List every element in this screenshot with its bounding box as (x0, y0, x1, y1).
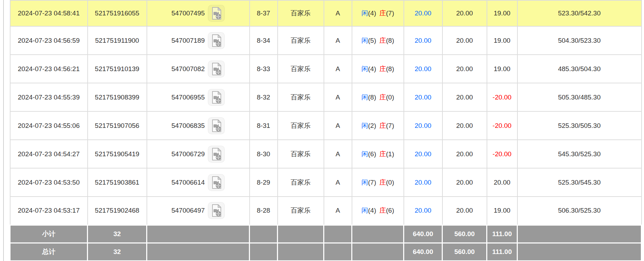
table-row[interactable]: 2024-07-23 04:54:27 521751905419 5470067… (10, 140, 642, 168)
result-cell: 闲(6)庄(1) (352, 140, 404, 168)
bet-amount-link[interactable]: 20.00 (415, 207, 432, 214)
round-cell: 8-28 (250, 197, 278, 225)
bet-amount-link[interactable]: 20.00 (415, 150, 432, 158)
player-count: (2) (368, 122, 376, 129)
result-cell: 闲(8)庄(0) (352, 83, 404, 111)
bet-time-cell: 2024-07-23 04:58:41 (10, 0, 88, 26)
total-label: 总计 (10, 243, 88, 261)
bet-amount-cell: 20.00 (404, 197, 442, 225)
bet-amount-link[interactable]: 20.00 (415, 37, 432, 44)
balance-cell: 545.30/525.30 (517, 140, 642, 168)
table-row[interactable]: 2024-07-23 04:56:21 521751910139 5470070… (10, 55, 642, 83)
table-name-cell: A (324, 83, 352, 111)
video-replay-button[interactable] (208, 174, 225, 191)
video-file-icon (209, 62, 223, 76)
round-cell: 8-34 (250, 26, 278, 55)
bet-time-cell: 2024-07-23 04:55:39 (10, 83, 88, 111)
bet-amount-cell: 20.00 (404, 111, 442, 140)
win-loss-cell: -20.00 (487, 111, 517, 140)
table-row[interactable]: 2024-07-23 04:53:50 521751903861 5470066… (10, 168, 642, 197)
video-replay-button[interactable] (208, 61, 225, 77)
video-replay-button[interactable] (208, 202, 225, 219)
video-replay-button[interactable] (208, 146, 225, 163)
round-cell: 8-31 (250, 111, 278, 140)
bet-time-cell: 2024-07-23 04:53:50 (10, 168, 88, 197)
subtotal-count: 32 (88, 225, 147, 243)
game-id-text: 547006497 (171, 207, 205, 214)
game-type-cell: 百家乐 (278, 197, 324, 225)
win-loss-cell: -20.00 (487, 140, 517, 168)
video-file-icon (209, 176, 223, 190)
game-type-cell: 百家乐 (278, 55, 324, 83)
balance-cell: 505.30/485.30 (517, 83, 642, 111)
video-file-icon (209, 90, 223, 104)
video-replay-button[interactable] (208, 117, 225, 134)
game-type-cell: 百家乐 (278, 111, 324, 140)
player-label: 闲 (361, 207, 368, 214)
total-winloss-total: 111.00 (487, 243, 517, 261)
banker-count: (1) (386, 150, 394, 158)
table-name-cell: A (324, 197, 352, 225)
player-count: (4) (368, 207, 376, 214)
round-cell: 8-32 (250, 83, 278, 111)
game-id-text: 547006835 (171, 122, 205, 130)
video-replay-button[interactable] (208, 32, 225, 49)
bet-amount-cell: 20.00 (404, 140, 442, 168)
total-empty-cell (517, 243, 642, 261)
player-label: 闲 (361, 65, 368, 73)
bet-amount-link[interactable]: 20.00 (415, 9, 432, 17)
bet-history-table: 2024-07-23 04:58:41 521751916055 5470074… (9, 0, 642, 261)
bet-amount-cell: 20.00 (404, 168, 442, 197)
result-cell: 闲(4)庄(8) (352, 55, 404, 83)
total-bet-total: 640.00 (404, 243, 442, 261)
table-row[interactable]: 2024-07-23 04:55:06 521751907056 5470068… (10, 111, 642, 140)
video-replay-button[interactable] (208, 89, 225, 106)
banker-label: 庄 (379, 150, 386, 158)
balance-cell: 504.30/523.30 (517, 26, 642, 55)
table-row[interactable]: 2024-07-23 04:56:59 521751911900 5470071… (10, 26, 642, 55)
total-empty-cell (324, 243, 352, 261)
player-label: 闲 (361, 122, 368, 129)
game-id-cell: 547006835 (147, 111, 250, 140)
player-count: (5) (368, 37, 376, 44)
video-file-icon (209, 204, 223, 218)
game-type-cell: 百家乐 (278, 83, 324, 111)
game-id-cell: 547007082 (147, 55, 250, 83)
banker-label: 庄 (379, 94, 386, 101)
bet-amount-link[interactable]: 20.00 (415, 65, 432, 73)
balance-cell: 485.30/504.30 (517, 55, 642, 83)
table-row[interactable]: 2024-07-23 04:53:17 521751902468 5470064… (10, 197, 642, 225)
table-name-cell: A (324, 111, 352, 140)
win-loss-cell: 20.00 (487, 168, 517, 197)
win-loss-cell: 19.00 (487, 197, 517, 225)
video-replay-button[interactable] (208, 5, 225, 22)
order-id-cell: 521751911900 (88, 26, 147, 55)
balance-cell: 525.30/505.30 (517, 111, 642, 140)
bet-amount-link[interactable]: 20.00 (415, 179, 432, 186)
player-label: 闲 (361, 150, 368, 158)
round-cell: 8-29 (250, 168, 278, 197)
player-count: (4) (368, 65, 376, 73)
player-count: (8) (368, 94, 376, 101)
game-id-cell: 547006955 (147, 83, 250, 111)
player-label: 闲 (361, 9, 368, 17)
game-id-cell: 547006497 (147, 197, 250, 225)
valid-bet-cell: 20.00 (442, 55, 487, 83)
game-id-text: 547006614 (171, 179, 205, 186)
bet-time-cell: 2024-07-23 04:54:27 (10, 140, 88, 168)
result-cell: 闲(4)庄(6) (352, 197, 404, 225)
video-file-icon (209, 147, 223, 161)
table-row[interactable]: 2024-07-23 04:58:41 521751916055 5470074… (10, 0, 642, 26)
subtotal-valid-total: 560.00 (442, 225, 487, 243)
bet-amount-link[interactable]: 20.00 (415, 94, 432, 101)
table-row[interactable]: 2024-07-23 04:55:39 521751908399 5470069… (10, 83, 642, 111)
order-id-cell: 521751910139 (88, 55, 147, 83)
game-type-cell: 百家乐 (278, 0, 324, 26)
total-count: 32 (88, 243, 147, 261)
video-file-icon (209, 6, 223, 20)
game-id-text: 547006729 (171, 150, 205, 158)
player-count: (6) (368, 150, 376, 158)
bet-amount-link[interactable]: 20.00 (415, 122, 432, 129)
subtotal-empty-cell (352, 225, 404, 243)
banker-count: (0) (386, 94, 394, 101)
